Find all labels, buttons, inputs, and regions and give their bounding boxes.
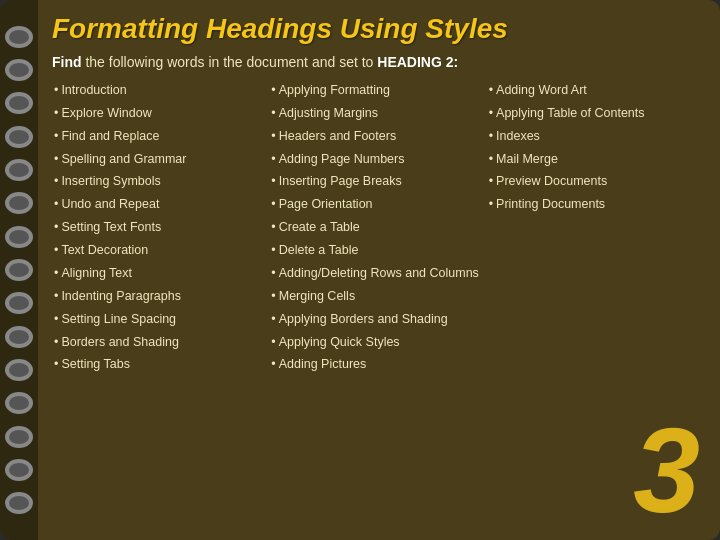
spiral-ring [5, 126, 33, 148]
column-2: Applying FormattingAdjusting MarginsHead… [269, 79, 486, 376]
list-item: Merging Cells [269, 285, 486, 308]
list-item: Aligning Text [52, 262, 269, 285]
list-item: Headers and Footers [269, 125, 486, 148]
list-item: Adding Page Numbers [269, 148, 486, 171]
spiral-ring [5, 159, 33, 181]
big-number: 3 [633, 410, 700, 530]
list-item: Find and Replace [52, 125, 269, 148]
list-item: Adjusting Margins [269, 102, 486, 125]
list-item: Spelling and Grammar [52, 148, 269, 171]
list-item: Introduction [52, 79, 269, 102]
content-area: Formatting Headings Using Styles Find th… [38, 0, 720, 540]
list-item: Setting Text Fonts [52, 216, 269, 239]
list-item: Delete a Table [269, 239, 486, 262]
list-item: Undo and Repeat [52, 193, 269, 216]
list-item: Borders and Shading [52, 331, 269, 354]
page-container: Formatting Headings Using Styles Find th… [0, 0, 720, 540]
spiral-ring [5, 292, 33, 314]
subtitle: Find the following words in the document… [52, 53, 704, 71]
list-item: Mail Merge [487, 148, 704, 171]
list-item: Inserting Symbols [52, 170, 269, 193]
list-item: Text Decoration [52, 239, 269, 262]
spiral-binding [0, 0, 38, 540]
spiral-ring [5, 459, 33, 481]
column-1: IntroductionExplore WindowFind and Repla… [52, 79, 269, 376]
items-grid: IntroductionExplore WindowFind and Repla… [52, 79, 704, 376]
page-title: Formatting Headings Using Styles [52, 14, 704, 45]
spiral-ring [5, 26, 33, 48]
list-item: Applying Formatting [269, 79, 486, 102]
list-item: Create a Table [269, 216, 486, 239]
spiral-ring [5, 492, 33, 514]
spiral-ring [5, 326, 33, 348]
subtitle-find: Find [52, 54, 82, 70]
list-item: Adding/Deleting Rows and Columns [269, 262, 486, 285]
list-item: Setting Tabs [52, 353, 269, 376]
list-item: Applying Table of Contents [487, 102, 704, 125]
spiral-ring [5, 59, 33, 81]
list-item: Explore Window [52, 102, 269, 125]
list-item: Adding Word Art [487, 79, 704, 102]
list-item: Setting Line Spacing [52, 308, 269, 331]
spiral-ring [5, 426, 33, 448]
spiral-ring [5, 259, 33, 281]
list-item: Inserting Page Breaks [269, 170, 486, 193]
spiral-ring [5, 359, 33, 381]
list-item: Printing Documents [487, 193, 704, 216]
subtitle-heading: HEADING 2: [377, 54, 458, 70]
column-3: Adding Word ArtApplying Table of Content… [487, 79, 704, 376]
list-item: Adding Pictures [269, 353, 486, 376]
list-item: Preview Documents [487, 170, 704, 193]
list-item: Indexes [487, 125, 704, 148]
spiral-ring [5, 192, 33, 214]
list-item: Applying Quick Styles [269, 331, 486, 354]
subtitle-body: the following words in the document and … [82, 54, 378, 70]
spiral-ring [5, 92, 33, 114]
list-item: Indenting Paragraphs [52, 285, 269, 308]
list-item: Page Orientation [269, 193, 486, 216]
list-item: Applying Borders and Shading [269, 308, 486, 331]
spiral-ring [5, 392, 33, 414]
spiral-ring [5, 226, 33, 248]
